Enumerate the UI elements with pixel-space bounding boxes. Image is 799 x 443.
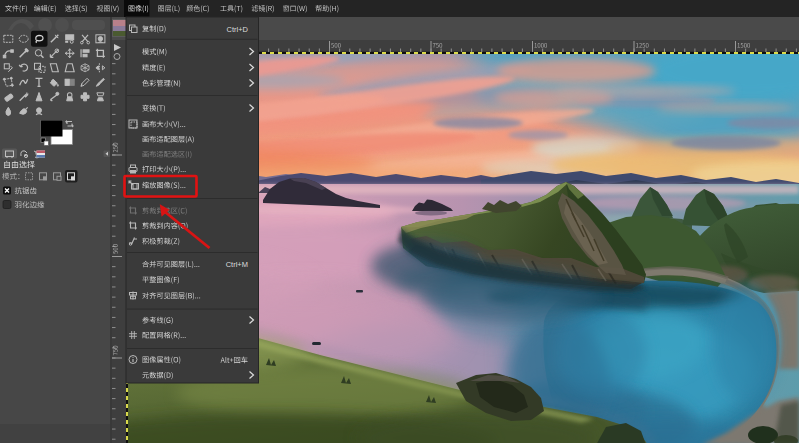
svg-text:Ctrl+D: Ctrl+D [227, 25, 249, 34]
svg-text:Ctrl+M: Ctrl+M [226, 260, 248, 269]
